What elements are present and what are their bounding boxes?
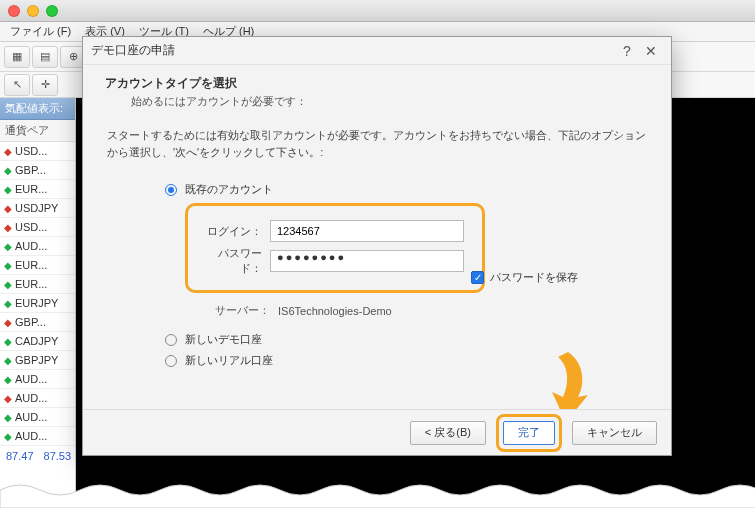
password-input[interactable]: ●●●●●●●● xyxy=(270,250,464,272)
radio-label: 新しいリアル口座 xyxy=(185,353,273,368)
market-watch-column: 通貨ペア xyxy=(0,120,75,142)
save-password-checkbox[interactable]: ✓ パスワードを保存 xyxy=(471,270,578,285)
save-password-label: パスワードを保存 xyxy=(490,270,578,285)
price-ask: 87.53 xyxy=(44,450,72,462)
back-button[interactable]: < 戻る(B) xyxy=(410,421,486,445)
arrow-up-icon: ◆ xyxy=(4,165,12,176)
arrow-up-icon: ◆ xyxy=(4,374,12,385)
dialog-titlebar: デモ口座の申請 ? ✕ xyxy=(83,37,671,65)
symbol-label: USD... xyxy=(15,221,47,233)
tool-crosshair[interactable]: ✛ xyxy=(32,74,58,96)
arrow-up-icon: ◆ xyxy=(4,298,12,309)
arrow-down-icon: ◆ xyxy=(4,146,12,157)
arrow-up-icon: ◆ xyxy=(4,184,12,195)
symbol-label: GBP... xyxy=(15,316,46,328)
maximize-window-button[interactable] xyxy=(46,5,58,17)
symbol-label: EUR... xyxy=(15,278,47,290)
arrow-up-icon: ◆ xyxy=(4,412,12,423)
symbol-row[interactable]: ◆AUD... xyxy=(0,427,75,446)
symbol-row[interactable]: ◆GBPJPY xyxy=(0,351,75,370)
finish-button[interactable]: 完了 xyxy=(503,421,555,445)
tool-cursor[interactable]: ↖ xyxy=(4,74,30,96)
dialog-title: デモ口座の申請 xyxy=(91,42,175,59)
arrow-up-icon: ◆ xyxy=(4,241,12,252)
cancel-button[interactable]: キャンセル xyxy=(572,421,657,445)
dialog-help-button[interactable]: ? xyxy=(615,43,639,59)
symbol-row[interactable]: ◆AUD... xyxy=(0,408,75,427)
minimize-window-button[interactable] xyxy=(27,5,39,17)
arrow-down-icon: ◆ xyxy=(4,393,12,404)
symbol-row[interactable]: ◆GBP... xyxy=(0,161,75,180)
finish-button-highlight: 完了 xyxy=(496,414,562,452)
arrow-down-icon: ◆ xyxy=(4,203,12,214)
symbol-row[interactable]: ◆USD... xyxy=(0,142,75,161)
radio-icon xyxy=(165,355,177,367)
symbol-label: EUR... xyxy=(15,183,47,195)
symbol-label: AUD... xyxy=(15,373,47,385)
arrow-down-icon: ◆ xyxy=(4,317,12,328)
dialog-subheading: 始めるにはアカウントが必要です： xyxy=(131,94,649,109)
login-input[interactable] xyxy=(270,220,464,242)
window-titlebar xyxy=(0,0,755,22)
server-label: サーバー： xyxy=(215,303,270,318)
symbol-label: AUD... xyxy=(15,392,47,404)
symbol-row[interactable]: ◆AUD... xyxy=(0,370,75,389)
close-window-button[interactable] xyxy=(8,5,20,17)
menu-file[interactable]: ファイル (F) xyxy=(4,22,77,41)
market-watch-header: 気配値表示: xyxy=(0,98,75,120)
symbol-label: AUD... xyxy=(15,411,47,423)
market-watch-panel: 気配値表示: 通貨ペア ◆USD...◆GBP...◆EUR...◆USDJPY… xyxy=(0,98,76,508)
dialog-heading: アカウントタイプを選択 xyxy=(105,75,649,92)
dialog-description: スタートするためには有効な取引アカウントが必要です。アカウントをお持ちでない場合… xyxy=(107,127,647,160)
symbol-label: AUD... xyxy=(15,430,47,442)
arrow-down-icon: ◆ xyxy=(4,222,12,233)
symbol-row[interactable]: ◆AUD... xyxy=(0,237,75,256)
symbol-label: USDJPY xyxy=(15,202,58,214)
radio-icon xyxy=(165,334,177,346)
dialog-close-button[interactable]: ✕ xyxy=(639,43,663,59)
symbol-label: AUD... xyxy=(15,240,47,252)
toolbar-btn-2[interactable]: ▤ xyxy=(32,46,58,68)
symbol-label: EURJPY xyxy=(15,297,58,309)
symbol-label: GBP... xyxy=(15,164,46,176)
radio-label: 新しいデモ口座 xyxy=(185,332,262,347)
radio-label: 既存のアカウント xyxy=(185,182,273,197)
symbol-row[interactable]: ◆EURJPY xyxy=(0,294,75,313)
symbol-row[interactable]: ◆EUR... xyxy=(0,275,75,294)
symbol-row[interactable]: ◆USDJPY xyxy=(0,199,75,218)
arrow-up-icon: ◆ xyxy=(4,431,12,442)
symbol-label: GBPJPY xyxy=(15,354,58,366)
arrow-up-icon: ◆ xyxy=(4,336,12,347)
symbol-label: USD... xyxy=(15,145,47,157)
arrow-up-icon: ◆ xyxy=(4,260,12,271)
price-bid: 87.47 xyxy=(6,450,34,462)
checkbox-icon: ✓ xyxy=(471,271,484,284)
arrow-up-icon: ◆ xyxy=(4,355,12,366)
credentials-highlight: ログイン： パスワード： ●●●●●●●● xyxy=(185,203,485,293)
symbol-row[interactable]: ◆CADJPY xyxy=(0,332,75,351)
wavy-crop-decoration xyxy=(0,478,755,508)
radio-existing-account[interactable]: 既存のアカウント xyxy=(165,182,649,197)
symbol-row[interactable]: ◆EUR... xyxy=(0,256,75,275)
symbol-row[interactable]: ◆EUR... xyxy=(0,180,75,199)
demo-account-dialog: デモ口座の申請 ? ✕ アカウントタイプを選択 始めるにはアカウントが必要です：… xyxy=(82,36,672,456)
symbol-row[interactable]: ◆GBP... xyxy=(0,313,75,332)
symbol-label: EUR... xyxy=(15,259,47,271)
arrow-up-icon: ◆ xyxy=(4,279,12,290)
radio-new-demo[interactable]: 新しいデモ口座 xyxy=(165,332,649,347)
symbol-row[interactable]: ◆AUD... xyxy=(0,389,75,408)
server-value: IS6Technologies-Demo xyxy=(278,305,392,317)
password-label: パスワード： xyxy=(198,246,262,276)
dialog-footer: < 戻る(B) 完了 キャンセル xyxy=(83,409,671,455)
symbol-row[interactable]: ◆USD... xyxy=(0,218,75,237)
price-row: 87.47 87.53 xyxy=(0,446,75,466)
toolbar-btn-1[interactable]: ▦ xyxy=(4,46,30,68)
login-label: ログイン： xyxy=(198,224,262,239)
symbol-label: CADJPY xyxy=(15,335,58,347)
radio-icon xyxy=(165,184,177,196)
